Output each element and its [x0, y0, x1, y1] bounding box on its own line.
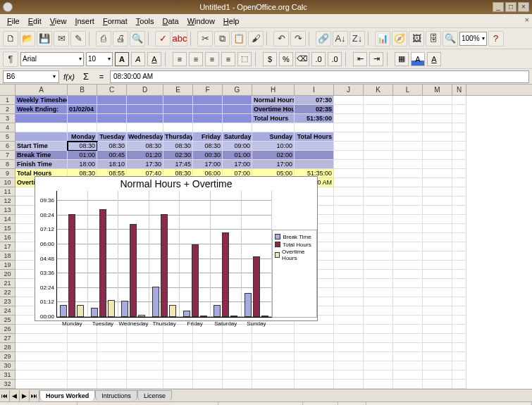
cell-D1[interactable] [127, 96, 163, 105]
cell-C7[interactable]: 00:45 [97, 151, 127, 160]
cell-G1[interactable] [223, 96, 252, 105]
cell-L15[interactable] [393, 224, 423, 233]
cell-M24[interactable] [423, 306, 452, 316]
cell-F27[interactable] [193, 334, 223, 343]
cell-L29[interactable] [393, 352, 423, 361]
cell-L11[interactable] [393, 187, 423, 197]
cell-M1[interactable] [423, 96, 452, 105]
minimize-button[interactable]: _ [493, 2, 504, 12]
cell-M9[interactable] [423, 169, 452, 178]
cell-J25[interactable] [334, 316, 364, 325]
cell-K10[interactable] [364, 178, 393, 187]
cell-A6[interactable]: Start Time [16, 142, 68, 151]
cell-I32[interactable] [295, 380, 334, 389]
cell-G30[interactable] [223, 361, 252, 370]
cell-L25[interactable] [393, 316, 423, 325]
cell-K8[interactable] [364, 160, 393, 169]
cell-C27[interactable] [97, 334, 127, 343]
cell-K4[interactable] [364, 123, 393, 132]
cell-M12[interactable] [423, 197, 452, 206]
row-header-30[interactable]: 30 [0, 361, 16, 370]
cell-J17[interactable] [334, 242, 364, 251]
cell-J27[interactable] [334, 334, 364, 343]
cell-D32[interactable] [127, 380, 163, 389]
increase-indent-button[interactable]: ⇥ [369, 52, 383, 66]
cell-L1[interactable] [393, 96, 423, 105]
cell-J32[interactable] [334, 380, 364, 389]
underline-button[interactable]: A [147, 52, 161, 66]
cell-N2[interactable] [452, 105, 466, 114]
cell-L22[interactable] [393, 288, 423, 297]
cell-I3[interactable]: 51:35:00 [295, 114, 334, 123]
cell-F2[interactable] [193, 105, 223, 114]
cell-M8[interactable] [423, 160, 452, 169]
font-size-dropdown[interactable]: 10▾ [86, 52, 113, 66]
open-button[interactable]: 📂 [20, 31, 35, 46]
cell-M25[interactable] [423, 316, 452, 325]
cell-N15[interactable] [452, 224, 466, 233]
cell-J1[interactable] [334, 96, 364, 105]
menu-window[interactable]: Window [183, 15, 219, 27]
row-header-12[interactable]: 12 [0, 197, 16, 206]
cell-J6[interactable] [334, 142, 364, 151]
cell-A2[interactable]: Week Ending: [16, 105, 68, 114]
cell-J11[interactable] [334, 187, 364, 197]
cell-A8[interactable]: Finish Time [16, 160, 68, 169]
cell-K16[interactable] [364, 233, 393, 242]
cell-H8[interactable]: 17:00 [252, 160, 295, 169]
cell-I28[interactable] [295, 343, 334, 352]
cell-C6[interactable]: 08:30 [97, 142, 127, 151]
cell-G32[interactable] [223, 380, 252, 389]
document-close-icon[interactable]: × [525, 15, 529, 24]
cell-K27[interactable] [364, 334, 393, 343]
cell-J19[interactable] [334, 261, 364, 270]
row-header-14[interactable]: 14 [0, 215, 16, 224]
column-header-B[interactable]: B [68, 85, 97, 95]
cell-C4[interactable] [97, 123, 127, 132]
column-header-F[interactable]: F [193, 85, 223, 95]
cell-N1[interactable] [452, 96, 466, 105]
cell-N12[interactable] [452, 197, 466, 206]
new-button[interactable]: 🗋 [3, 31, 18, 46]
cell-I6[interactable] [295, 142, 334, 151]
cell-J22[interactable] [334, 288, 364, 297]
cell-I1[interactable]: 07:30 [295, 96, 334, 105]
cell-E5[interactable]: Thursday [163, 132, 193, 142]
percent-button[interactable]: % [279, 52, 293, 66]
cell-M11[interactable] [423, 187, 452, 197]
cell-J8[interactable] [334, 160, 364, 169]
cell-M14[interactable] [423, 215, 452, 224]
cell-N6[interactable] [452, 142, 466, 151]
row-header-29[interactable]: 29 [0, 352, 16, 361]
cell-L5[interactable] [393, 132, 423, 142]
cell-E6[interactable]: 08:30 [163, 142, 193, 151]
cell-H30[interactable] [252, 361, 295, 370]
spellcheck-button[interactable]: ✓ [155, 31, 171, 46]
cell-K14[interactable] [364, 215, 393, 224]
cell-L23[interactable] [393, 297, 423, 306]
row-header-23[interactable]: 23 [0, 297, 16, 306]
cell-D28[interactable] [127, 343, 163, 352]
cell-A3[interactable] [16, 114, 68, 123]
currency-button[interactable]: $ [263, 52, 277, 66]
function-wizard-button[interactable]: f(x) [61, 73, 78, 81]
remove-decimal-button[interactable]: .0 [328, 52, 342, 66]
cell-D3[interactable] [127, 114, 163, 123]
cell-G4[interactable] [223, 123, 252, 132]
italic-button[interactable]: A [131, 52, 145, 66]
align-center-button[interactable]: ≡ [189, 52, 203, 66]
column-header-N[interactable]: N [452, 85, 466, 95]
cell-E30[interactable] [163, 361, 193, 370]
row-header-27[interactable]: 27 [0, 334, 16, 343]
cell-F5[interactable]: Friday [193, 132, 223, 142]
row-header-28[interactable]: 28 [0, 343, 16, 352]
cell-L27[interactable] [393, 334, 423, 343]
menu-data[interactable]: Data [158, 15, 183, 27]
cell-G31[interactable] [223, 370, 252, 380]
cell-K3[interactable] [364, 114, 393, 123]
align-left-button[interactable]: ≡ [173, 52, 187, 66]
cell-K22[interactable] [364, 288, 393, 297]
cell-M30[interactable] [423, 361, 452, 370]
cell-M17[interactable] [423, 242, 452, 251]
cell-F32[interactable] [193, 380, 223, 389]
